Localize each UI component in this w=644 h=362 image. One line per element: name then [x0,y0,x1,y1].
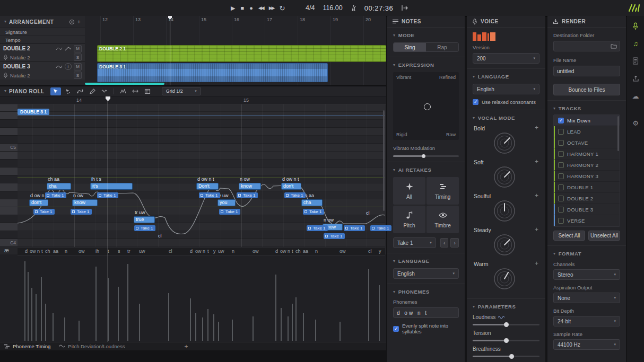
pitch-curve-icon[interactable] [56,46,63,51]
mute-button[interactable]: M [74,63,82,70]
render-track-row[interactable]: Mix Down [554,115,620,126]
phoneme-token[interactable]: uw [218,249,224,254]
vocal-mode-knob[interactable] [492,164,517,190]
piano-note[interactable]: it's [90,183,133,190]
phoneme-token[interactable]: cl [169,249,172,254]
slider-handle[interactable] [504,322,509,327]
expression-handle[interactable] [424,103,431,110]
track-checkbox[interactable] [558,184,564,190]
track-checkbox[interactable] [558,207,564,213]
version-select[interactable]: 200 [473,53,539,64]
piano-note[interactable]: cha [301,199,323,206]
phoneme-token[interactable]: y [379,249,381,254]
multi-select-tool-button[interactable] [63,87,73,95]
track-double-2[interactable]: DOUBLE 2 M Natalie 2 S [0,43,85,61]
tracks-section-header[interactable]: ▾ TRACKS [553,105,620,111]
singer-name[interactable]: Natalie 2 [10,73,30,78]
curve-icon[interactable] [498,315,504,320]
vibrato-modulation-slider[interactable] [393,155,459,157]
bounce-to-files-button[interactable]: Bounce to Files [553,84,620,95]
piano-note[interactable]: don't [281,183,301,190]
piano-note[interactable]: true [134,216,155,223]
phoneme-token[interactable]: d [25,249,28,254]
unselect-all-button[interactable]: Unselect All [588,231,620,241]
phoneme-token[interactable]: n [37,249,40,254]
file-name-input[interactable]: untitled [553,66,620,76]
vocal-mode-add-button[interactable]: + [535,158,538,165]
track-list-scrollbar[interactable] [617,116,619,151]
vocal-mode-section-header[interactable]: ▾ VOCAL MODE [473,115,539,121]
track-checkbox[interactable] [558,218,564,224]
piano-note[interactable]: cha [47,183,71,190]
ai-retakes-section-header[interactable]: ▾ AI RETAKES [393,167,459,173]
arrangement-timeline[interactable]: DOUBLE 2 1 DOUBLE 3 1 121314151617181920 [85,16,386,85]
piano-roll-clip-label[interactable]: DOUBLE 3 1 [18,109,49,115]
phoneme-token[interactable]: s [118,249,120,254]
expression-xy-pad[interactable]: Vibrant Refined Rigid Raw [393,72,459,140]
black-key[interactable] [0,160,18,167]
mode-option-sing[interactable]: Sing [394,43,426,51]
forward-button[interactable]: ▶▶ [269,6,274,11]
render-track-row[interactable]: DOUBLE 1 [554,182,620,193]
take-chip[interactable]: Take 1 [344,225,365,231]
black-key[interactable] [0,215,18,223]
white-key[interactable] [0,199,18,207]
white-key[interactable] [0,112,18,120]
slider-handle[interactable] [504,338,509,343]
cloud-icon[interactable]: ☁ [631,91,640,101]
phoneme-token[interactable]: y [213,249,216,254]
phoneme-token[interactable]: ow [195,249,202,254]
vocal-mode-knob[interactable] [492,198,517,224]
render-track-row[interactable]: LEAD [554,126,620,137]
take-chip[interactable]: Take 1 [370,225,391,231]
phoneme-token[interactable]: ow [30,249,36,254]
mode-option-rap[interactable]: Rap [426,43,458,51]
next-take-button[interactable]: › [450,238,459,248]
loop-button[interactable]: ↻ [279,5,285,12]
track-checkbox[interactable] [558,173,564,179]
take-chip[interactable]: Take 1 [199,192,220,198]
phoneme-token[interactable]: aa [303,249,308,254]
expression-section-header[interactable]: ▾ EXPRESSION [393,62,459,68]
phoneme-token[interactable]: ow [280,249,286,254]
phoneme-token[interactable]: d [190,249,193,254]
parameter-slider[interactable] [473,356,539,357]
stop-button[interactable]: ■ [240,5,244,11]
lyrics-document-icon[interactable] [631,56,640,66]
add-lane-button[interactable]: + [185,343,188,350]
white-key[interactable] [0,128,18,136]
vocal-mode-add-button[interactable]: + [535,124,538,131]
channels-select[interactable]: Stereo [553,269,620,280]
mode-section-header[interactable]: ▾ MODE [393,32,459,38]
voice-language-select[interactable]: English [473,84,539,94]
piano-note[interactable]: know [72,199,98,206]
take-chip[interactable]: Take 1 [307,225,328,231]
singer-name[interactable]: Natalie 2 [10,55,30,60]
phoneme-token[interactable]: ow [79,249,85,254]
voice-artwork[interactable] [473,32,497,41]
white-key[interactable] [0,183,18,191]
piano-note[interactable]: you [217,199,236,206]
retake-timing-button[interactable]: Timing [427,177,459,205]
phonemes-input[interactable]: d ow n t [393,307,459,318]
folder-icon[interactable] [611,43,617,49]
relaxed-consonants-checkbox[interactable] [473,99,478,105]
render-track-row[interactable]: VERSE [554,215,620,226]
retake-timbre-button[interactable]: Timbre [427,206,459,233]
record-button[interactable]: ● [249,5,253,11]
phoneme-token[interactable]: ow [253,249,259,254]
take-select[interactable]: Take 1 [393,237,436,248]
track-checkbox[interactable] [558,196,564,201]
vocal-mode-knob[interactable] [492,266,517,292]
phoneme-token[interactable]: ch [295,249,301,254]
phoneme-token[interactable]: t [292,249,293,254]
tab-pitch-deviation-loudness[interactable]: Pitch Deviation/Loudness [59,343,125,349]
solo-button[interactable]: S [74,54,82,61]
black-key[interactable] [0,136,18,144]
black-key[interactable] [0,175,18,183]
parameter-slider[interactable] [473,340,539,341]
take-chip[interactable]: Take 1 [45,192,66,198]
render-track-row[interactable]: DOUBLE 2 [554,193,620,204]
phonemes-section-header[interactable]: ▾ PHONEMES [393,289,459,295]
voice-language-section-header[interactable]: ▾ LANGUAGE [473,74,539,80]
